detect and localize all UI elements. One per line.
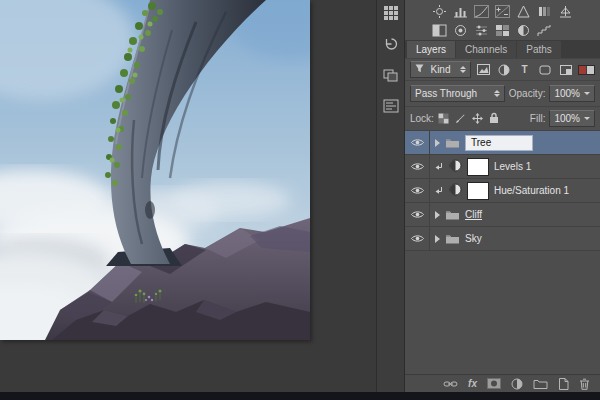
expand-caret-icon[interactable] xyxy=(435,211,440,219)
vibrance-icon[interactable] xyxy=(515,4,532,18)
layer-comps-panel-icon[interactable] xyxy=(381,97,401,115)
panel-dock xyxy=(376,0,404,392)
eye-icon xyxy=(411,234,424,243)
expand-caret-icon[interactable] xyxy=(435,139,440,147)
visibility-toggle-hue-saturation[interactable] xyxy=(405,179,430,202)
visibility-toggle-sky[interactable] xyxy=(405,227,430,250)
visibility-toggle-levels[interactable] xyxy=(405,155,430,178)
visibility-toggle-cliff[interactable] xyxy=(405,203,430,226)
layer-row-sky[interactable]: Sky xyxy=(405,227,600,251)
blend-select-arrows-icon xyxy=(494,90,500,97)
layer-mask-thumbnail[interactable] xyxy=(467,158,489,176)
lock-pixels-icon[interactable] xyxy=(455,110,466,128)
lock-all-icon[interactable] xyxy=(489,110,499,128)
eye-icon xyxy=(411,138,424,147)
blend-row: Pass Through Opacity: 100% xyxy=(405,81,600,107)
panel-tabs: Layers Channels Paths xyxy=(405,40,600,59)
adjustments-icons xyxy=(405,0,600,40)
eye-icon xyxy=(411,162,424,171)
clipping-mask-arrow-icon xyxy=(435,158,444,176)
document-scene xyxy=(0,0,310,340)
lock-position-icon[interactable] xyxy=(472,110,483,128)
tab-layers[interactable]: Layers xyxy=(407,41,455,58)
channel-mixer-icon[interactable] xyxy=(473,23,490,37)
black-white-icon[interactable] xyxy=(431,23,448,37)
tab-paths[interactable]: Paths xyxy=(517,41,561,58)
layer-name: Hue/Saturation 1 xyxy=(494,185,569,196)
curves-icon[interactable] xyxy=(473,4,490,18)
invert-icon[interactable] xyxy=(515,23,532,37)
layer-row-cliff[interactable]: Cliff xyxy=(405,203,600,227)
layer-list: Tree Levels 1 xyxy=(405,131,600,374)
brightness-contrast-icon[interactable] xyxy=(431,4,448,18)
layer-style-icon[interactable]: fx xyxy=(468,378,477,389)
layers-panel-bottom-bar: fx xyxy=(405,374,600,392)
type-glyph: T xyxy=(522,64,528,75)
exposure-icon[interactable] xyxy=(494,4,511,18)
opacity-label: Opacity: xyxy=(509,88,546,99)
color-lookup-icon[interactable] xyxy=(494,23,511,37)
layer-list-empty-area xyxy=(405,251,600,374)
fill-dropdown-arrow-icon xyxy=(584,117,590,120)
filter-type-layers-icon[interactable]: T xyxy=(516,62,533,77)
group-folder-icon xyxy=(445,206,460,224)
color-balance-icon[interactable] xyxy=(557,4,574,18)
layer-name: Cliff xyxy=(465,209,482,220)
levels-icon[interactable] xyxy=(452,4,469,18)
group-folder-icon xyxy=(445,230,460,248)
fill-label: Fill: xyxy=(530,113,546,124)
delete-layer-icon[interactable] xyxy=(579,378,590,390)
history-panel-icon[interactable] xyxy=(381,35,401,53)
layer-row-levels-1[interactable]: Levels 1 xyxy=(405,155,600,179)
kind-select-arrows-icon xyxy=(460,66,466,73)
filter-toggle-switch[interactable] xyxy=(578,65,595,75)
filter-kind-label: Kind xyxy=(430,64,450,75)
lock-transparency-icon[interactable] xyxy=(438,110,449,128)
photo-filter-icon[interactable] xyxy=(452,23,469,37)
hue-saturation-icon[interactable] xyxy=(536,4,553,18)
fill-value-text: 100% xyxy=(554,113,580,124)
opacity-value-text: 100% xyxy=(554,88,580,99)
expand-caret-icon[interactable] xyxy=(435,235,440,243)
tool-presets-panel-icon[interactable] xyxy=(381,66,401,84)
filter-adjustment-layers-icon[interactable] xyxy=(496,62,513,77)
eye-icon xyxy=(411,186,424,195)
fill-value[interactable]: 100% xyxy=(549,110,595,127)
opacity-value[interactable]: 100% xyxy=(549,85,595,102)
window-bottom-edge xyxy=(0,392,600,400)
layer-row-tree[interactable]: Tree xyxy=(405,131,600,155)
document-image[interactable] xyxy=(0,0,310,340)
canvas-area[interactable] xyxy=(0,0,376,392)
lock-label: Lock: xyxy=(410,113,434,124)
opacity-dropdown-arrow-icon xyxy=(584,92,590,95)
layer-name: Levels 1 xyxy=(494,161,531,172)
tab-channels[interactable]: Channels xyxy=(456,41,516,58)
layer-mask-thumbnail[interactable] xyxy=(467,182,489,200)
layer-row-hue-saturation-1[interactable]: Hue/Saturation 1 xyxy=(405,179,600,203)
panel-grid-icon[interactable] xyxy=(381,4,401,22)
layer-name-edit-field[interactable]: Tree xyxy=(465,135,533,151)
adjustment-layer-icon xyxy=(449,158,462,176)
new-group-icon[interactable] xyxy=(533,378,548,389)
link-layers-icon[interactable] xyxy=(443,380,458,388)
layers-panel: Layers Channels Paths Kind T Pass Throug… xyxy=(404,0,600,392)
funnel-icon xyxy=(415,64,424,75)
layer-name: Sky xyxy=(465,233,482,244)
layer-filter-row: Kind T xyxy=(405,59,600,81)
filter-pixel-layers-icon[interactable] xyxy=(475,62,492,77)
filter-smart-objects-icon[interactable] xyxy=(558,62,575,77)
blend-mode-select[interactable]: Pass Through xyxy=(410,85,505,102)
eye-icon xyxy=(411,210,424,219)
blend-mode-value: Pass Through xyxy=(415,88,477,99)
add-layer-mask-icon[interactable] xyxy=(487,378,501,389)
posterize-icon[interactable] xyxy=(536,23,553,37)
filter-kind-select[interactable]: Kind xyxy=(410,61,471,78)
visibility-toggle-tree[interactable] xyxy=(405,131,430,154)
group-folder-icon xyxy=(445,134,460,152)
new-layer-icon[interactable] xyxy=(558,378,569,390)
lock-buttons xyxy=(438,110,499,128)
new-adjustment-layer-icon[interactable] xyxy=(511,378,523,390)
photoshop-window: Layers Channels Paths Kind T Pass Throug… xyxy=(0,0,600,400)
lock-row: Lock: Fill: 100% xyxy=(405,107,600,131)
filter-shape-layers-icon[interactable] xyxy=(537,62,554,77)
